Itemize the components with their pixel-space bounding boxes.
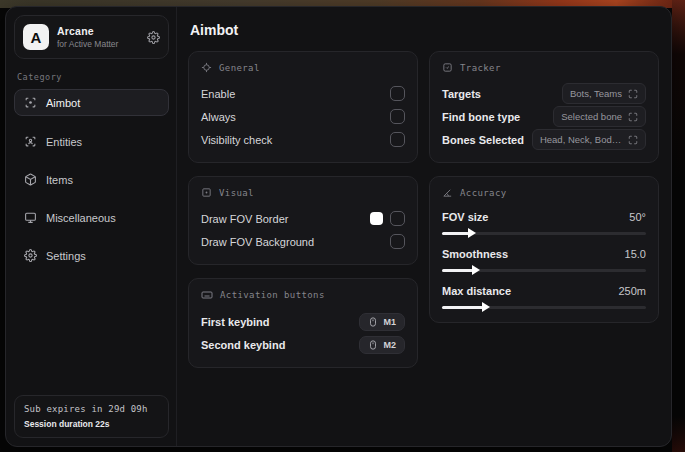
crosshair-icon: [201, 62, 212, 73]
session-duration-text: Session duration 22s: [24, 419, 159, 429]
targets-label: Targets: [442, 88, 481, 100]
smoothness-slider[interactable]: [442, 269, 646, 272]
sidebar-item-label: Items: [46, 174, 73, 186]
slider-thumb[interactable]: [468, 228, 476, 238]
find-bone-type-dropdown-value: Selected bone: [561, 111, 622, 122]
game-backdrop-right: [672, 0, 685, 452]
card-activation-title: Activation buttons: [220, 290, 325, 300]
keyboard-icon: [201, 289, 213, 301]
visibility-check-label: Visibility check: [201, 134, 272, 146]
find-bone-type-dropdown[interactable]: Selected bone: [553, 106, 646, 127]
card-accuracy-title: Accuracy: [460, 188, 507, 198]
cube-icon: [24, 173, 37, 186]
sidebar-item-items[interactable]: Items: [14, 166, 169, 193]
targets-dropdown[interactable]: Bots, Teams: [562, 83, 646, 104]
mouse-icon: [368, 317, 378, 327]
enable-checkbox[interactable]: [390, 86, 405, 101]
smoothness-label: Smoothness: [442, 248, 508, 260]
targets-dropdown-value: Bots, Teams: [570, 88, 622, 99]
sidebar-item-entities[interactable]: Entities: [14, 128, 169, 155]
expand-icon: [628, 112, 638, 122]
angle-icon: [442, 187, 453, 198]
expand-icon: [628, 135, 638, 145]
first-keybind-value: M1: [383, 317, 396, 327]
sidebar: A Arcane for Active Matter Category: [6, 7, 177, 446]
first-keybind-label: First keybind: [201, 316, 269, 328]
category-label: Category: [17, 72, 166, 82]
sidebar-item-settings[interactable]: Settings: [14, 242, 169, 269]
always-checkbox[interactable]: [390, 109, 405, 124]
sidebar-item-label: Miscellaneous: [46, 212, 116, 224]
gear-icon: [24, 249, 37, 262]
card-general: General Enable Always Visibility check: [188, 51, 418, 163]
card-activation-buttons: Activation buttons First keybind M1: [188, 278, 418, 368]
sidebar-item-label: Aimbot: [46, 97, 80, 109]
smoothness-value: 15.0: [625, 248, 646, 260]
cheat-menu-window: A Arcane for Active Matter Category: [5, 6, 672, 447]
max-distance-label: Max distance: [442, 285, 511, 297]
visibility-check-checkbox[interactable]: [390, 132, 405, 147]
sidebar-item-aimbot[interactable]: Aimbot: [14, 89, 169, 116]
monitor-icon: [24, 211, 37, 224]
draw-fov-background-label: Draw FOV Background: [201, 236, 314, 248]
right-column: Tracker Targets Bots, Teams: [429, 51, 659, 323]
first-keybind-button[interactable]: M1: [359, 313, 405, 331]
frame-icon: [201, 187, 212, 198]
brand-subtitle: for Active Matter: [57, 39, 139, 49]
max-distance-value: 250m: [618, 285, 646, 297]
slider-thumb[interactable]: [482, 302, 490, 312]
bones-selected-dropdown[interactable]: Head, Neck, Body, Pe...: [532, 129, 646, 150]
page-title: Aimbot: [190, 22, 659, 38]
fov-size-label: FOV size: [442, 211, 488, 223]
gear-icon[interactable]: [147, 31, 160, 44]
crosshair-scan-icon: [24, 96, 37, 109]
enable-label: Enable: [201, 88, 235, 100]
card-tracker: Tracker Targets Bots, Teams: [429, 51, 659, 163]
sub-expires-text: Sub expires in 29d 09h: [24, 404, 159, 414]
left-column: General Enable Always Visibility check: [188, 51, 418, 368]
brand-card: A Arcane for Active Matter: [14, 15, 169, 59]
sidebar-item-label: Entities: [46, 136, 82, 148]
fov-border-color-swatch[interactable]: [370, 212, 383, 225]
second-keybind-value: M2: [383, 340, 396, 350]
sidebar-item-label: Settings: [46, 250, 86, 262]
card-visual-title: Visual: [219, 188, 254, 198]
draw-fov-border-checkbox[interactable]: [390, 211, 405, 226]
bones-selected-label: Bones Selected: [442, 134, 524, 146]
sidebar-item-miscellaneous[interactable]: Miscellaneous: [14, 204, 169, 231]
find-bone-type-label: Find bone type: [442, 111, 520, 123]
bones-selected-dropdown-value: Head, Neck, Body, Pe...: [540, 134, 622, 145]
fov-size-value: 50°: [629, 211, 646, 223]
slider-thumb[interactable]: [472, 265, 480, 275]
card-general-title: General: [219, 63, 260, 73]
second-keybind-button[interactable]: M2: [359, 336, 405, 354]
draw-fov-border-label: Draw FOV Border: [201, 213, 288, 225]
brand-title: Arcane: [57, 25, 139, 37]
fov-size-slider[interactable]: [442, 232, 646, 235]
target-box-icon: [442, 62, 453, 73]
subscription-info-box: Sub expires in 29d 09h Session duration …: [14, 395, 169, 438]
card-tracker-title: Tracker: [460, 63, 501, 73]
sidebar-nav: Aimbot Entities: [14, 89, 169, 269]
second-keybind-label: Second keybind: [201, 339, 285, 351]
draw-fov-background-checkbox[interactable]: [390, 234, 405, 249]
brand-text: Arcane for Active Matter: [57, 25, 139, 49]
expand-icon: [628, 89, 638, 99]
mouse-icon: [368, 340, 378, 350]
brand-logo: A: [23, 24, 49, 50]
card-visual: Visual Draw FOV Border Draw FOV Backgrou…: [188, 176, 418, 265]
main-content: Aimbot General Enable: [177, 7, 671, 446]
always-label: Always: [201, 111, 236, 123]
card-accuracy: Accuracy FOV size 50°: [429, 176, 659, 323]
max-distance-slider[interactable]: [442, 306, 646, 309]
entity-scan-icon: [24, 135, 37, 148]
